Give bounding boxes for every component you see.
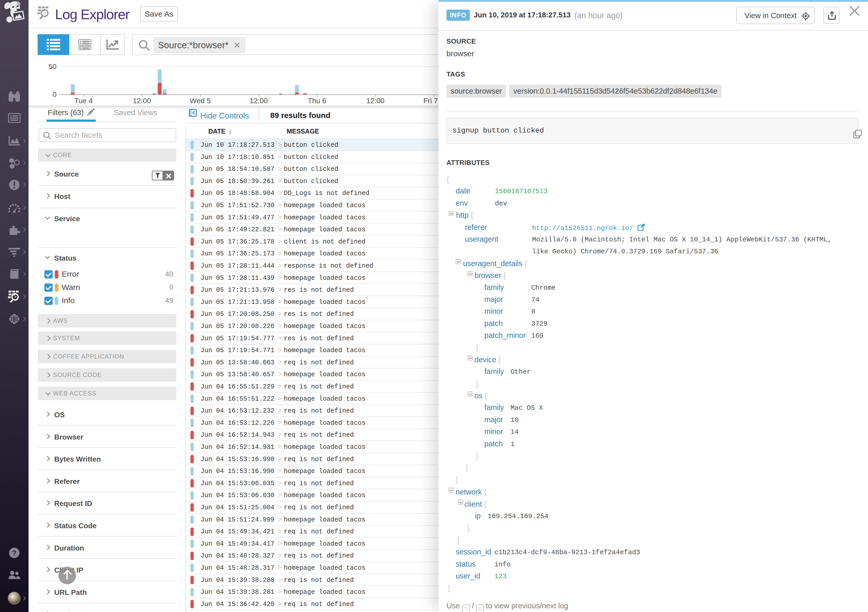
- svg-text:?: ?: [12, 549, 16, 557]
